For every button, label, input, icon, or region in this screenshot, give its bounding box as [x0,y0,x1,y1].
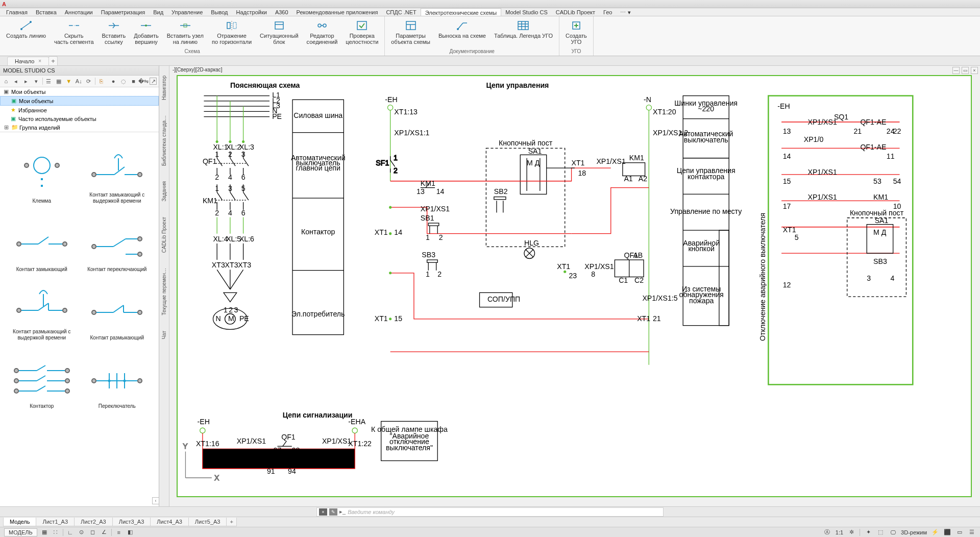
close-viewport-icon[interactable]: × [971,67,978,74]
palette-item[interactable]: Контактор [5,343,79,409]
menu-item[interactable]: СПДС .NET [382,8,420,16]
osnap-icon[interactable]: ◻ [89,528,97,536]
minimize-icon[interactable]: — [952,67,960,74]
ribbon-button[interactable]: Таблица. Легенда УГО [492,18,555,40]
shape-square-icon[interactable]: ■ [130,77,138,85]
filter-icon[interactable]: ▼ [65,77,73,85]
ribbon-button[interactable]: Параметры объекта схемы [389,18,432,46]
grid-display-icon[interactable]: ▦ [40,528,48,536]
tree-item-group[interactable]: ⊞📁Группа изделий [0,123,159,132]
side-tab[interactable]: Текущие перемен… [160,263,168,320]
ribbon-button[interactable]: Выноска на схеме [436,18,488,40]
palette-item[interactable]: Контакт размыкающий [81,274,154,340]
palette-item[interactable]: Контакт замыкающий с выдержкой времени [81,137,154,204]
palette-item[interactable]: Клемма [5,137,79,204]
drawing-paper[interactable]: Поясняющая схема Цепи управления Цепи си… [177,75,972,497]
menu-item[interactable]: CADLib Проект [552,8,599,16]
nav-back-icon[interactable]: ◂ [12,77,20,85]
menu-item[interactable]: Электротехнические схемы [421,8,502,16]
monitor-icon[interactable]: 🖵 [889,528,897,536]
side-tab[interactable]: Задания [160,177,168,206]
cmd-wrench-icon[interactable]: ✎ [329,508,337,516]
ribbon-button[interactable]: Скрыть часть сегмента [52,18,96,46]
menu-item[interactable]: Параметризация [97,8,149,16]
snap-icon[interactable]: ⸬ [52,528,60,536]
ribbon-button[interactable]: Вставить ссылку [100,18,128,46]
transparency-icon[interactable]: ◧ [126,528,134,536]
side-tab[interactable]: Навигатор [160,71,168,105]
sheet-tab[interactable]: Лист5_А3 [188,518,227,526]
doc-tab[interactable]: Начало × [7,57,49,65]
sort-asc-icon[interactable]: A↓ [75,77,83,85]
palette-item[interactable]: Контакт размыкающий с выдержкой времени [5,274,79,340]
sheet-tab[interactable]: Лист3_А3 [112,518,151,526]
side-tab[interactable]: Чат [160,326,168,344]
ribbon-button[interactable]: Вставить узел на линию [165,18,206,46]
menu-item[interactable]: Гео [599,8,616,16]
list-icon[interactable]: ☰ [45,77,53,85]
status-model[interactable]: МОДЕЛЬ [4,528,37,536]
polar-icon[interactable]: ⊙ [78,528,86,536]
menu-item[interactable]: Вывод [207,8,232,16]
new-doc-tab[interactable]: + [48,56,58,65]
collapse-button[interactable]: ‹ [152,497,159,504]
palette-item[interactable]: Контакт переключающий [81,206,154,272]
menu-overflow[interactable]: ⋯ ▾ [616,8,634,16]
ribbon-button[interactable]: Редактор соединений [305,18,340,46]
sheet-tab[interactable]: Лист2_А3 [74,518,113,526]
menu-item[interactable]: Вид [149,8,167,16]
menu-item[interactable]: Рекомендованные приложения [292,8,382,16]
isolate-icon[interactable]: ⬛ [943,528,951,536]
isoplane-icon[interactable]: ⬚ [876,528,885,536]
restore-icon[interactable]: ▭ [962,67,969,74]
menu-item[interactable]: Главная [2,8,32,16]
shape-circle-icon[interactable]: ● [109,77,117,85]
palette-item[interactable]: Контакт замыкающий [5,206,79,272]
cmd-close-icon[interactable]: × [319,508,327,516]
customize-icon[interactable]: ☰ [968,528,976,536]
ortho-icon[interactable]: ∟ [66,528,75,536]
side-tab[interactable]: Библиотека станда… [160,111,168,170]
dropdown-icon[interactable]: ▾ [32,77,40,85]
menu-item[interactable]: A360 [271,8,292,16]
status-3dmode[interactable]: 3D-режим [901,529,927,535]
grid-icon[interactable]: ▦ [55,77,63,85]
play-icon[interactable]: ▸ [22,77,30,85]
workspace-icon[interactable]: ✦ [864,528,872,536]
menu-item[interactable]: Аннотации [61,8,97,16]
menu-item[interactable]: Вставка [32,8,61,16]
detach-icon[interactable]: ↗ [150,78,157,85]
gear-icon[interactable]: ✲ [847,528,855,536]
menu-item[interactable]: Управление [167,8,207,16]
copy-icon[interactable]: ⎘ [97,77,106,85]
cleanscreen-icon[interactable]: ▭ [955,528,964,536]
ribbon-button[interactable]: Создать УГО [564,18,589,46]
menu-item[interactable]: Надстройки [232,8,271,16]
tree-item-favorites[interactable]: ★Избранное [0,106,159,114]
lineweight-icon[interactable]: ≡ [115,528,123,536]
annoscale-icon[interactable]: Ⓐ [823,528,831,536]
side-tab[interactable]: CADLib Проект [160,212,168,257]
command-input[interactable]: × ✎ ▸_ Введите команду [316,507,664,517]
home-icon[interactable]: ⌂ [2,77,10,85]
ribbon-button[interactable]: Отражение по горизонтали [210,18,254,46]
palette-item[interactable]: Переключатель [81,343,154,409]
tree-item-frequent[interactable]: ▣Часто используемые объекты [0,114,159,123]
tree-item-my-objects[interactable]: ▣Мои объекты [0,96,159,106]
sheet-tab[interactable]: Лист1_А3 [36,518,75,526]
sheet-tab[interactable]: Модель [3,518,36,526]
otrack-icon[interactable]: ∠ [100,528,108,536]
add-sheet-tab[interactable]: + [226,518,236,526]
toggle-icon[interactable]: �⇋ [139,77,148,85]
sheet-tab[interactable]: Лист4_А3 [150,518,189,526]
ribbon-button[interactable]: Проверка целостности [344,18,380,46]
drawing-canvas[interactable]: -][Сверху][2D-каркас] — ▭ × С Ю З В Свер… [169,66,980,506]
refresh-icon[interactable]: ⟳ [85,77,93,85]
ribbon-button[interactable]: Ситуационный блок [258,18,301,46]
ribbon-button[interactable]: Создать линию [4,18,48,40]
hwaccel-icon[interactable]: ⚡ [931,528,939,536]
status-scale[interactable]: 1:1 [836,529,843,535]
shape-dashed-icon[interactable]: ◌ [119,77,128,85]
menu-item[interactable]: Model Studio CS [501,8,552,16]
close-icon[interactable]: × [38,58,41,64]
